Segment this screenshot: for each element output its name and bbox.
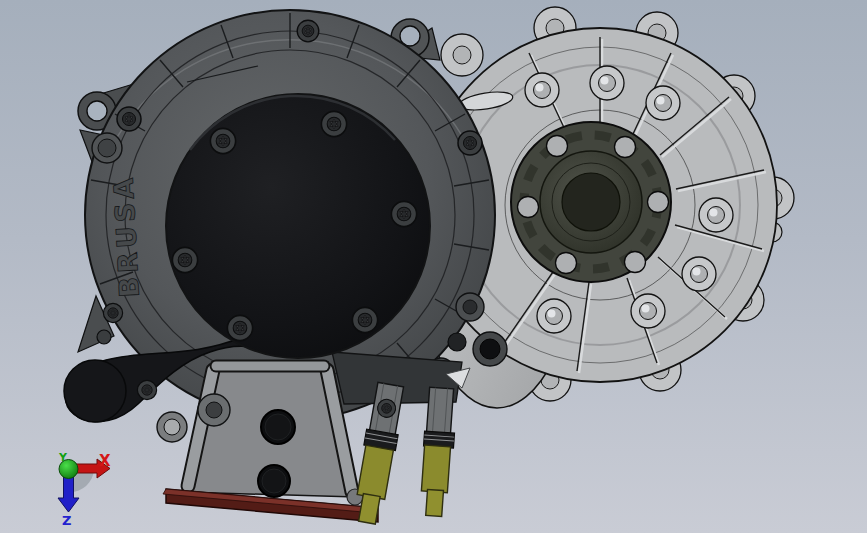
torx-screw[interactable] xyxy=(137,380,156,399)
gearbox-boss xyxy=(631,294,665,328)
bracket-hole-inner xyxy=(262,469,286,493)
gearbox-lobe xyxy=(441,34,483,76)
motor-boss-hole xyxy=(463,300,477,314)
hub-center xyxy=(562,173,620,231)
torx-screw[interactable] xyxy=(391,201,416,226)
cover-arm-foot xyxy=(64,360,126,422)
torx-screw[interactable] xyxy=(227,315,252,340)
fitting-olive-tip xyxy=(426,489,444,516)
flange-bolt-hole xyxy=(648,192,669,213)
fitting-olive-body xyxy=(421,445,450,493)
gearbox-boss xyxy=(682,257,716,291)
torx-screw[interactable] xyxy=(172,247,197,272)
motor-boss xyxy=(98,139,116,157)
fitting-hex-body xyxy=(426,387,453,437)
mount-lug-hole xyxy=(206,402,222,418)
pivot-pin xyxy=(97,330,111,344)
axis-z-label: Z xyxy=(62,513,71,528)
motor-boss-hole xyxy=(480,339,500,359)
cad-scene[interactable]: BRUSA xyxy=(0,0,867,533)
flange-bolt-hole xyxy=(556,253,577,274)
gearbox-boss xyxy=(699,198,733,232)
flange-bolt-hole xyxy=(518,197,539,218)
flange-bolt-hole xyxy=(547,136,568,157)
torx-screw[interactable] xyxy=(458,131,482,155)
gearbox-boss xyxy=(646,86,680,120)
hex-screw[interactable] xyxy=(448,333,466,351)
flange-bolt-hole xyxy=(625,252,646,273)
output-flange[interactable] xyxy=(511,122,671,282)
axis-x-label: X xyxy=(99,452,111,470)
torx-screw[interactable] xyxy=(297,20,319,42)
mount-lug-hole xyxy=(164,419,180,435)
torx-screw[interactable] xyxy=(103,303,122,322)
flange-bolt-hole xyxy=(615,137,636,158)
torx-screw[interactable] xyxy=(321,111,346,136)
gearbox-boss xyxy=(537,299,571,333)
bracket-hole-inner xyxy=(265,414,291,440)
axis-y-label: Y xyxy=(58,451,68,464)
brusa-logo: BRUSA xyxy=(108,173,145,298)
motor-ear-hole xyxy=(87,101,107,121)
gearbox-boss xyxy=(590,66,624,100)
torx-screw[interactable] xyxy=(210,128,235,153)
cad-viewport[interactable]: BRUSA xyxy=(0,0,867,533)
gearbox-boss xyxy=(525,73,559,107)
torx-screw[interactable] xyxy=(117,107,141,131)
torx-screw[interactable] xyxy=(352,307,377,332)
